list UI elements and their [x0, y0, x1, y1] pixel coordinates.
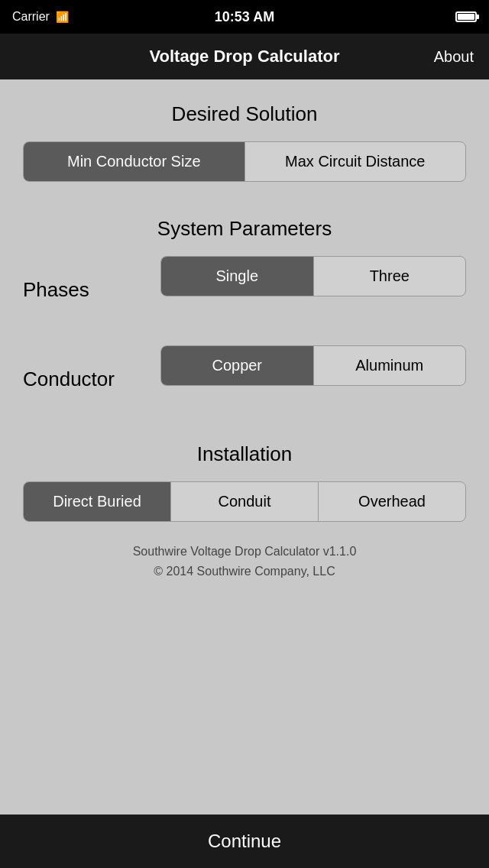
phases-segment: Single Three: [160, 256, 466, 296]
conductor-label: Conductor: [23, 368, 145, 391]
direct-buried-button[interactable]: Direct Buried: [24, 482, 171, 521]
about-button[interactable]: About: [434, 48, 474, 66]
installation-control: Direct Buried Conduit Overhead: [23, 481, 466, 522]
continue-button[interactable]: Continue: [208, 831, 281, 852]
min-conductor-size-button[interactable]: Min Conductor Size: [24, 142, 245, 181]
status-left: Carrier 📶: [12, 10, 69, 24]
status-time: 10:53 AM: [215, 9, 274, 25]
version-text: Southwire Voltage Drop Calculator v1.1.0: [23, 545, 466, 559]
conductor-control: Copper Aluminum: [160, 345, 466, 413]
system-parameters: System Parameters Phases Single Three Co…: [23, 217, 466, 435]
max-circuit-distance-button[interactable]: Max Circuit Distance: [245, 142, 466, 181]
wifi-icon: 📶: [56, 11, 69, 23]
status-right: [455, 11, 477, 22]
single-phase-button[interactable]: Single: [161, 257, 314, 296]
conductor-segment: Copper Aluminum: [160, 345, 466, 386]
three-phase-button[interactable]: Three: [314, 257, 466, 296]
phases-label: Phases: [23, 278, 145, 302]
main-content: Desired Solution Min Conductor Size Max …: [0, 79, 489, 815]
status-bar: Carrier 📶 10:53 AM: [0, 0, 489, 34]
bottom-bar: Continue: [0, 815, 489, 868]
overhead-button[interactable]: Overhead: [319, 482, 465, 521]
aluminum-button[interactable]: Aluminum: [314, 346, 466, 385]
carrier-label: Carrier: [12, 10, 50, 24]
installation-title: Installation: [23, 442, 466, 466]
conduit-button[interactable]: Conduit: [171, 482, 319, 521]
conductor-row: Conductor Copper Aluminum: [23, 345, 466, 413]
nav-bar: Voltage Drop Calculator About: [0, 34, 489, 79]
phases-control: Single Three: [160, 256, 466, 324]
copyright-text: © 2014 Southwire Company, LLC: [23, 565, 466, 578]
battery-icon: [455, 11, 477, 22]
copper-button[interactable]: Copper: [161, 346, 314, 385]
footer: Southwire Voltage Drop Calculator v1.1.0…: [23, 545, 466, 585]
nav-title: Voltage Drop Calculator: [150, 47, 340, 66]
desired-solution-control: Min Conductor Size Max Circuit Distance: [23, 141, 466, 182]
desired-solution-title: Desired Solution: [23, 102, 466, 126]
phases-row: Phases Single Three: [23, 256, 466, 324]
system-parameters-title: System Parameters: [23, 217, 466, 241]
